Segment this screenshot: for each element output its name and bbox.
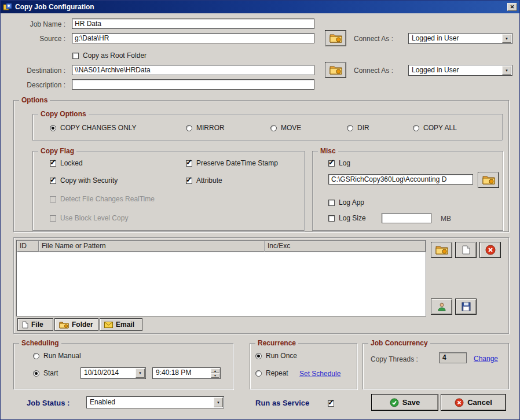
copy-as-root-checkbox[interactable]: Copy as Root Folder	[72, 51, 147, 60]
floppy-disk-icon	[462, 302, 471, 311]
radio-indicator	[50, 125, 56, 131]
radio-move[interactable]: MOVE	[270, 124, 301, 132]
job-status-dropdown[interactable]: Enabled ▼	[86, 396, 224, 408]
checkbox-log-app[interactable]: Log App	[328, 198, 364, 207]
log-path-input[interactable]: C:\GSRichCopy360Log\Accounting D	[328, 174, 473, 185]
connect-as-source-dropdown[interactable]: Logged in User ▼	[408, 33, 512, 44]
checkbox-indicator: ✓	[328, 400, 334, 407]
page-icon	[462, 245, 470, 255]
delete-pattern-button[interactable]	[479, 242, 501, 258]
radio-mirror[interactable]: MIRROR	[186, 124, 225, 132]
checkbox-log[interactable]: ✓ Log	[328, 159, 350, 167]
new-pattern-button[interactable]	[455, 242, 477, 258]
connect-as-destination-label: Connect As :	[354, 66, 393, 75]
browse-folder-icon	[329, 65, 342, 75]
check-icon: ✓	[186, 176, 192, 183]
add-pattern-button[interactable]	[431, 242, 452, 258]
recurrence-groupbox: Recurrence	[250, 343, 357, 389]
browse-log-button[interactable]	[478, 172, 499, 188]
job-status-label: Job Status :	[27, 399, 69, 407]
checkbox-use-block-level-copy: Use Block Level Copy	[50, 214, 128, 222]
tab-label: File	[31, 320, 43, 329]
start-date-dropdown[interactable]: 10/10/2014 ▼	[80, 367, 146, 379]
check-icon: ✓	[50, 159, 56, 166]
log-size-input[interactable]	[382, 213, 431, 223]
radio-label: Run Once	[266, 352, 297, 360]
close-icon: ✕	[510, 4, 515, 10]
dropdown-arrow-icon[interactable]: ▼	[502, 66, 511, 75]
close-button[interactable]: ✕	[507, 3, 517, 11]
tab-folder[interactable]: Folder	[54, 318, 98, 331]
tab-file[interactable]: File	[17, 318, 53, 331]
start-time-value: 9:40:18 PM	[156, 369, 191, 377]
cancel-button[interactable]: Cancel	[441, 394, 506, 411]
description-input[interactable]	[72, 79, 314, 90]
destination-input[interactable]: \\NAS01Archive\HRData	[72, 65, 314, 75]
checkbox-label: Preserve DateTime Stamp	[196, 159, 278, 167]
dropdown-arrow-icon[interactable]: ▼	[214, 397, 223, 407]
job-status-value: Enabled	[90, 397, 212, 407]
checkbox-indicator: ✓	[50, 178, 56, 184]
spinner-down-icon[interactable]: ▼	[211, 373, 219, 378]
checkbox-label: Log	[339, 159, 350, 167]
source-input[interactable]: g:\Data\HR	[72, 33, 314, 43]
window-title: Copy Job Configuration	[15, 3, 94, 11]
browse-destination-button[interactable]	[325, 62, 346, 78]
checkbox-copy-with-security[interactable]: ✓ Copy with Security	[50, 176, 118, 185]
copy-as-root-label: Copy as Root Folder	[83, 51, 147, 60]
tab-email[interactable]: Email	[100, 318, 142, 331]
radio-indicator	[33, 370, 39, 377]
radio-dir[interactable]: DIR	[347, 124, 369, 132]
checkbox-label: Detect File Changes RealTime	[60, 195, 155, 203]
file-tab-icon	[22, 321, 28, 329]
job-name-input[interactable]: HR Data	[72, 19, 314, 29]
radio-start[interactable]: Start	[33, 369, 58, 377]
radio-label: COPY ALL	[423, 124, 457, 132]
column-header-inc-exc[interactable]: Inc/Exc	[265, 241, 426, 252]
checkbox-preserve-datetime-stamp[interactable]: ✓ Preserve DateTime Stamp	[186, 159, 278, 167]
email-icon	[104, 322, 113, 328]
checkbox-detect-file-changes-realtime: Detect File Changes RealTime	[50, 195, 155, 203]
tab-label: Folder	[72, 320, 93, 329]
column-header-file-name-or-pattern[interactable]: File Name or Pattern	[39, 241, 265, 252]
radio-copy-changes-only[interactable]: COPY CHANGES ONLY	[50, 124, 137, 132]
spinner-up-icon[interactable]: ▲	[211, 369, 219, 373]
browse-source-button[interactable]	[325, 30, 346, 46]
radio-label: COPY CHANGES ONLY	[60, 124, 137, 132]
app-icon	[3, 3, 12, 11]
column-header-id[interactable]: ID	[17, 241, 39, 252]
radio-label: DIR	[357, 124, 369, 132]
cancel-button-label: Cancel	[467, 398, 492, 407]
radio-copy-all[interactable]: COPY ALL	[413, 124, 457, 132]
check-icon: ✓	[50, 176, 56, 183]
radio-label: Repeat	[266, 369, 288, 377]
dropdown-arrow-icon[interactable]: ▼	[502, 34, 511, 43]
pattern-table-body[interactable]	[17, 252, 426, 316]
connect-as-destination-dropdown[interactable]: Logged in User ▼	[408, 65, 512, 76]
radio-run-manual[interactable]: Run Manual	[33, 352, 81, 360]
save-button[interactable]: Save	[371, 394, 438, 411]
spinner-buttons: ▲ ▼	[211, 369, 219, 378]
run-as-service-checkbox[interactable]: ✓	[328, 399, 334, 407]
checkbox-label: Copy with Security	[60, 176, 118, 185]
copy-options-title: Copy Options	[38, 110, 89, 118]
copy-job-configuration-window: Copy Job Configuration ✕ Job Name : HR D…	[0, 0, 520, 420]
set-schedule-link[interactable]: Set Schedule	[299, 370, 340, 378]
radio-indicator	[186, 125, 192, 131]
browse-folder-icon	[329, 34, 342, 43]
import-pattern-button[interactable]	[431, 299, 452, 315]
dropdown-arrow-icon[interactable]: ▼	[136, 369, 145, 378]
checkbox-indicator: ✓	[186, 160, 192, 167]
change-threads-link[interactable]: Change	[474, 355, 498, 363]
checkbox-log-size[interactable]: Log Size	[328, 214, 366, 222]
radio-indicator	[347, 125, 353, 131]
start-time-spinner[interactable]: 9:40:18 PM ▲ ▼	[152, 367, 221, 379]
checkbox-label: Log Size	[339, 214, 366, 222]
save-pattern-list-button[interactable]	[455, 299, 477, 315]
titlebar[interactable]: Copy Job Configuration ✕	[1, 1, 519, 13]
radio-repeat[interactable]: Repeat	[255, 369, 288, 377]
checkbox-attribute[interactable]: ✓ Attribute	[186, 176, 222, 185]
description-label: Description :	[10, 80, 65, 90]
radio-run-once[interactable]: Run Once	[255, 352, 297, 360]
checkbox-locked[interactable]: ✓ Locked	[50, 159, 83, 167]
